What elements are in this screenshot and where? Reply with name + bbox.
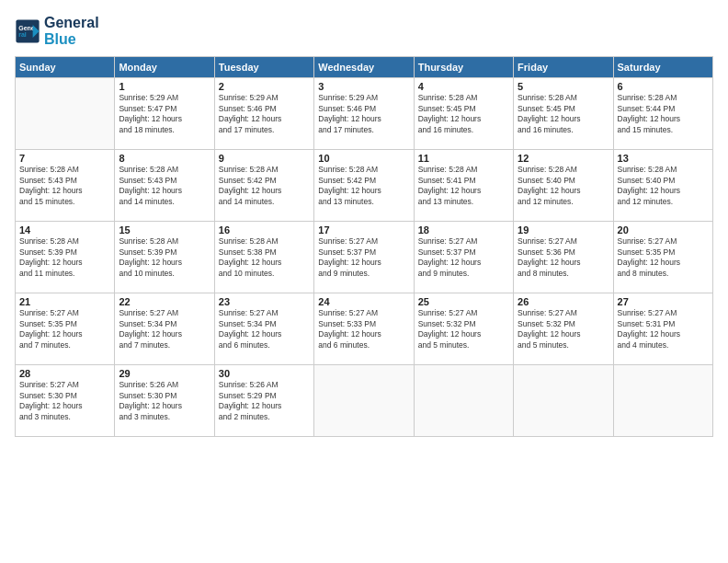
day-number: 12 bbox=[518, 153, 609, 164]
day-info: Sunrise: 5:28 AM Sunset: 5:40 PM Dayligh… bbox=[618, 165, 709, 207]
day-number: 7 bbox=[19, 153, 110, 164]
day-info: Sunrise: 5:28 AM Sunset: 5:43 PM Dayligh… bbox=[19, 165, 110, 207]
calendar-cell: 20Sunrise: 5:27 AM Sunset: 5:35 PM Dayli… bbox=[613, 222, 712, 293]
day-info: Sunrise: 5:27 AM Sunset: 5:30 PM Dayligh… bbox=[19, 380, 110, 422]
calendar-cell: 7Sunrise: 5:28 AM Sunset: 5:43 PM Daylig… bbox=[16, 150, 115, 222]
calendar-table: SundayMondayTuesdayWednesdayThursdayFrid… bbox=[15, 56, 713, 437]
day-number: 18 bbox=[418, 224, 509, 236]
day-info: Sunrise: 5:28 AM Sunset: 5:42 PM Dayligh… bbox=[219, 165, 310, 207]
calendar-cell: 15Sunrise: 5:28 AM Sunset: 5:39 PM Dayli… bbox=[115, 222, 214, 293]
calendar-cell bbox=[613, 365, 712, 437]
day-info: Sunrise: 5:27 AM Sunset: 5:35 PM Dayligh… bbox=[19, 308, 110, 350]
day-info: Sunrise: 5:27 AM Sunset: 5:34 PM Dayligh… bbox=[219, 308, 310, 350]
calendar-cell: 22Sunrise: 5:27 AM Sunset: 5:34 PM Dayli… bbox=[115, 293, 214, 365]
day-info: Sunrise: 5:28 AM Sunset: 5:39 PM Dayligh… bbox=[19, 236, 110, 279]
day-info: Sunrise: 5:27 AM Sunset: 5:32 PM Dayligh… bbox=[418, 308, 509, 350]
day-number: 11 bbox=[418, 153, 509, 164]
day-info: Sunrise: 5:27 AM Sunset: 5:36 PM Dayligh… bbox=[518, 236, 609, 279]
day-number: 9 bbox=[219, 153, 310, 164]
day-info: Sunrise: 5:28 AM Sunset: 5:41 PM Dayligh… bbox=[418, 165, 509, 207]
calendar-cell: 14Sunrise: 5:28 AM Sunset: 5:39 PM Dayli… bbox=[16, 222, 115, 293]
calendar-cell bbox=[514, 365, 613, 437]
day-info: Sunrise: 5:27 AM Sunset: 5:33 PM Dayligh… bbox=[318, 308, 409, 350]
day-info: Sunrise: 5:27 AM Sunset: 5:31 PM Dayligh… bbox=[618, 308, 709, 350]
day-number: 8 bbox=[119, 153, 210, 164]
calendar-cell: 13Sunrise: 5:28 AM Sunset: 5:40 PM Dayli… bbox=[613, 150, 712, 222]
logo: Gene- ral General Blue bbox=[15, 15, 99, 47]
day-number: 10 bbox=[318, 153, 409, 164]
logo-text-line2: Blue bbox=[44, 31, 99, 48]
calendar-cell: 9Sunrise: 5:28 AM Sunset: 5:42 PM Daylig… bbox=[214, 150, 313, 222]
calendar-cell: 18Sunrise: 5:27 AM Sunset: 5:37 PM Dayli… bbox=[414, 222, 513, 293]
calendar-cell: 11Sunrise: 5:28 AM Sunset: 5:41 PM Dayli… bbox=[414, 150, 513, 222]
day-number: 5 bbox=[518, 81, 609, 92]
day-info: Sunrise: 5:29 AM Sunset: 5:47 PM Dayligh… bbox=[119, 93, 210, 135]
calendar-cell: 30Sunrise: 5:26 AM Sunset: 5:29 PM Dayli… bbox=[214, 365, 313, 437]
day-number: 16 bbox=[219, 224, 310, 236]
day-number: 26 bbox=[518, 296, 609, 307]
day-number: 13 bbox=[618, 153, 709, 164]
day-number: 23 bbox=[219, 296, 310, 307]
day-info: Sunrise: 5:27 AM Sunset: 5:37 PM Dayligh… bbox=[318, 236, 409, 279]
day-number: 25 bbox=[418, 296, 509, 307]
day-info: Sunrise: 5:28 AM Sunset: 5:42 PM Dayligh… bbox=[318, 165, 409, 207]
day-number: 30 bbox=[219, 368, 310, 379]
calendar-cell: 10Sunrise: 5:28 AM Sunset: 5:42 PM Dayli… bbox=[314, 150, 414, 222]
day-info: Sunrise: 5:28 AM Sunset: 5:44 PM Dayligh… bbox=[618, 93, 709, 135]
calendar-cell: 26Sunrise: 5:27 AM Sunset: 5:32 PM Dayli… bbox=[514, 293, 613, 365]
day-number: 17 bbox=[318, 224, 409, 236]
weekday-header-tuesday: Tuesday bbox=[214, 57, 313, 78]
weekday-header-monday: Monday bbox=[115, 57, 214, 78]
day-info: Sunrise: 5:28 AM Sunset: 5:40 PM Dayligh… bbox=[518, 165, 609, 207]
day-number: 3 bbox=[318, 81, 409, 92]
day-number: 19 bbox=[518, 224, 609, 236]
calendar-cell: 5Sunrise: 5:28 AM Sunset: 5:45 PM Daylig… bbox=[514, 78, 613, 150]
day-info: Sunrise: 5:26 AM Sunset: 5:30 PM Dayligh… bbox=[119, 380, 210, 422]
calendar-cell: 29Sunrise: 5:26 AM Sunset: 5:30 PM Dayli… bbox=[115, 365, 214, 437]
calendar-cell: 21Sunrise: 5:27 AM Sunset: 5:35 PM Dayli… bbox=[16, 293, 115, 365]
day-info: Sunrise: 5:29 AM Sunset: 5:46 PM Dayligh… bbox=[318, 93, 409, 135]
logo-icon: Gene- ral bbox=[15, 18, 40, 44]
logo-text-line1: General bbox=[44, 15, 99, 31]
day-info: Sunrise: 5:29 AM Sunset: 5:46 PM Dayligh… bbox=[219, 93, 310, 135]
weekday-header-friday: Friday bbox=[514, 57, 613, 78]
calendar-cell: 28Sunrise: 5:27 AM Sunset: 5:30 PM Dayli… bbox=[16, 365, 115, 437]
day-number: 4 bbox=[418, 81, 509, 92]
calendar-cell bbox=[16, 78, 115, 150]
day-info: Sunrise: 5:28 AM Sunset: 5:39 PM Dayligh… bbox=[119, 236, 210, 279]
day-number: 1 bbox=[119, 81, 210, 92]
weekday-header-thursday: Thursday bbox=[414, 57, 513, 78]
calendar-cell: 8Sunrise: 5:28 AM Sunset: 5:43 PM Daylig… bbox=[115, 150, 214, 222]
day-info: Sunrise: 5:27 AM Sunset: 5:34 PM Dayligh… bbox=[119, 308, 210, 350]
day-number: 28 bbox=[19, 368, 110, 379]
day-number: 21 bbox=[19, 296, 110, 307]
calendar-cell: 2Sunrise: 5:29 AM Sunset: 5:46 PM Daylig… bbox=[214, 78, 313, 150]
day-info: Sunrise: 5:28 AM Sunset: 5:45 PM Dayligh… bbox=[418, 93, 509, 135]
calendar-cell: 4Sunrise: 5:28 AM Sunset: 5:45 PM Daylig… bbox=[414, 78, 513, 150]
svg-text:ral: ral bbox=[18, 30, 27, 37]
day-number: 15 bbox=[119, 224, 210, 236]
calendar-cell: 25Sunrise: 5:27 AM Sunset: 5:32 PM Dayli… bbox=[414, 293, 513, 365]
weekday-header-sunday: Sunday bbox=[16, 57, 115, 78]
day-info: Sunrise: 5:27 AM Sunset: 5:32 PM Dayligh… bbox=[518, 308, 609, 350]
day-number: 27 bbox=[618, 296, 709, 307]
calendar-cell: 16Sunrise: 5:28 AM Sunset: 5:38 PM Dayli… bbox=[214, 222, 313, 293]
calendar-cell: 12Sunrise: 5:28 AM Sunset: 5:40 PM Dayli… bbox=[514, 150, 613, 222]
day-info: Sunrise: 5:28 AM Sunset: 5:45 PM Dayligh… bbox=[518, 93, 609, 135]
day-info: Sunrise: 5:28 AM Sunset: 5:38 PM Dayligh… bbox=[219, 236, 310, 279]
calendar-cell: 23Sunrise: 5:27 AM Sunset: 5:34 PM Dayli… bbox=[214, 293, 313, 365]
calendar-cell: 6Sunrise: 5:28 AM Sunset: 5:44 PM Daylig… bbox=[613, 78, 712, 150]
day-number: 29 bbox=[119, 368, 210, 379]
day-info: Sunrise: 5:27 AM Sunset: 5:37 PM Dayligh… bbox=[418, 236, 509, 279]
calendar-cell: 3Sunrise: 5:29 AM Sunset: 5:46 PM Daylig… bbox=[314, 78, 414, 150]
weekday-header-saturday: Saturday bbox=[613, 57, 712, 78]
day-info: Sunrise: 5:26 AM Sunset: 5:29 PM Dayligh… bbox=[219, 380, 310, 422]
calendar-cell bbox=[414, 365, 513, 437]
day-number: 2 bbox=[219, 81, 310, 92]
day-info: Sunrise: 5:27 AM Sunset: 5:35 PM Dayligh… bbox=[618, 236, 709, 279]
day-number: 14 bbox=[19, 224, 110, 236]
calendar-cell: 24Sunrise: 5:27 AM Sunset: 5:33 PM Dayli… bbox=[314, 293, 414, 365]
calendar-cell: 17Sunrise: 5:27 AM Sunset: 5:37 PM Dayli… bbox=[314, 222, 414, 293]
calendar-cell: 1Sunrise: 5:29 AM Sunset: 5:47 PM Daylig… bbox=[115, 78, 214, 150]
day-info: Sunrise: 5:28 AM Sunset: 5:43 PM Dayligh… bbox=[119, 165, 210, 207]
